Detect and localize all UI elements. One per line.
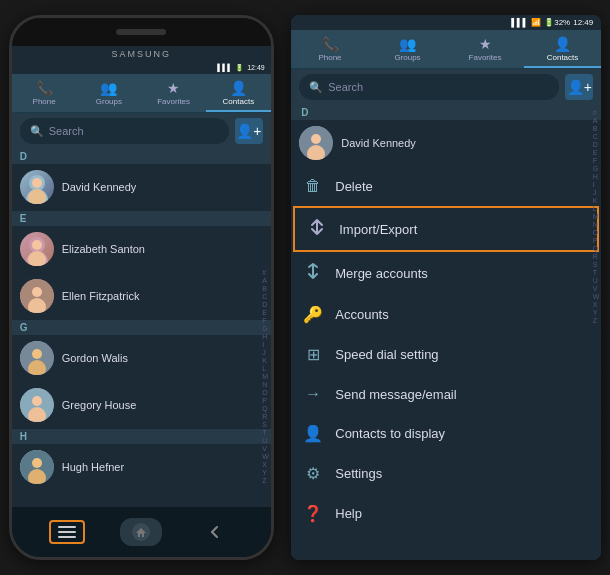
contacts-display-icon: 👤 [303,424,323,443]
section-d-left: D [12,149,271,164]
add-contact-button-left[interactable]: 👤+ [235,118,263,144]
menu-item-contacts-display[interactable]: 👤 Contacts to display [291,414,601,454]
merge-accounts-icon [303,262,323,284]
battery-icon: 🔋 [235,64,244,72]
alphabet-sidebar-left: # A B C D E F G H I J K L M N O P Q R S [262,269,269,484]
svg-point-12 [32,349,42,359]
name-gregory-house: Gregory House [62,399,137,411]
menu-label-speed-dial: Speed dial setting [335,347,438,362]
contact-ellen-fitzpatrick[interactable]: Ellen Fitzpatrick [12,273,271,320]
section-header-d-right: D [291,105,601,120]
menu-label-send-message: Send message/email [335,387,456,402]
favorites-icon-right: ★ [479,36,492,52]
menu-item-speed-dial[interactable]: ⊞ Speed dial setting [291,335,601,375]
menu-label-import-export: Import/Export [339,222,417,237]
menu-item-send-message[interactable]: → Send message/email [291,375,601,414]
phone-top-bar [12,18,271,46]
time-display-right: 12:49 [573,18,593,27]
favorites-icon-left: ★ [167,80,180,96]
battery-right: 🔋32% [544,18,570,27]
contacts-list: D David Kennedy E [12,149,271,507]
brand-bar: SAMSUNG [12,46,271,62]
settings-icon: ⚙ [303,464,323,483]
tab-phone-label-left: Phone [33,97,56,106]
search-input-right[interactable]: 🔍 Search [299,74,559,100]
signal-icon: ▌▌▌ [217,64,232,72]
search-bar-left: 🔍 Search 👤+ [12,113,271,149]
svg-rect-21 [58,531,76,533]
groups-icon-right: 👥 [399,36,416,52]
menu-item-merge-accounts[interactable]: Merge accounts [291,252,601,295]
contact-hugh-hefner[interactable]: Hugh Hefner [12,444,271,491]
phone-bottom-bar-left [12,507,271,557]
svg-point-6 [32,240,42,250]
tab-contacts-right[interactable]: 👤 Contacts [524,30,602,68]
contacts-icon-left: 👤 [230,80,247,96]
speaker [116,29,166,35]
right-panel: ▌▌▌ 📶 🔋32% 12:49 📞 Phone 👥 Groups ★ Favo… [291,15,601,560]
menu-label-contacts-display: Contacts to display [335,426,445,441]
svg-point-25 [311,134,321,144]
menu-item-delete[interactable]: 🗑 Delete [291,167,601,206]
svg-rect-22 [58,536,76,538]
help-icon: ❓ [303,504,323,523]
status-bar-left: ▌▌▌ 🔋 12:49 [12,62,271,74]
menu-item-help[interactable]: ❓ Help [291,494,601,534]
signal-strength-right: ▌▌▌ [511,18,528,27]
delete-icon: 🗑 [303,177,323,195]
svg-point-15 [32,396,42,406]
section-h-left: H [12,429,271,444]
tab-favorites-label-right: Favorites [469,53,502,62]
tab-groups-label-left: Groups [96,97,122,106]
svg-rect-20 [58,526,76,528]
menu-label-help: Help [335,506,362,521]
search-icon-right: 🔍 [309,81,323,94]
menu-label-settings: Settings [335,466,382,481]
section-e-left: E [12,211,271,226]
menu-item-settings[interactable]: ⚙ Settings [291,454,601,494]
menu-item-accounts[interactable]: 🔑 Accounts [291,295,601,335]
avatar-elizabeth [20,232,54,266]
avatar-david [20,170,54,204]
svg-point-2 [32,178,42,188]
phone-icon-right: 📞 [322,36,339,52]
screen-left: SAMSUNG ▌▌▌ 🔋 12:49 📞 Phone 👥 Groups ★ F… [12,46,271,507]
screen-right: ▌▌▌ 📶 🔋32% 12:49 📞 Phone 👥 Groups ★ Favo… [291,15,601,560]
contact-david-kennedy[interactable]: David Kennedy [12,164,271,211]
home-button-left[interactable] [120,518,162,546]
accounts-icon: 🔑 [303,305,323,324]
tab-contacts-label-left: Contacts [223,97,255,106]
status-bar-right: ▌▌▌ 📶 🔋32% 12:49 [291,15,601,30]
contact-elizabeth-santon[interactable]: Elizabeth Santon [12,226,271,273]
tab-favorites-left[interactable]: ★ Favorites [141,74,206,112]
menu-label-merge-accounts: Merge accounts [335,266,428,281]
add-contact-button-right[interactable]: 👤+ [565,74,593,100]
tab-phone-left[interactable]: 📞 Phone [12,74,77,112]
name-elizabeth-santon: Elizabeth Santon [62,243,145,255]
contact-gordon-walis[interactable]: Gordon Walis [12,335,271,382]
contact-gregory-house[interactable]: Gregory House [12,382,271,429]
menu-label-delete: Delete [335,179,373,194]
menu-item-import-export[interactable]: Import/Export [293,206,599,252]
tab-phone-label-right: Phone [318,53,341,62]
tab-favorites-label-left: Favorites [157,97,190,106]
tab-groups-right[interactable]: 👥 Groups [369,30,447,68]
speed-dial-icon: ⊞ [303,345,323,364]
avatar-david-right [299,126,333,160]
back-button-left[interactable] [197,520,233,544]
menu-label-accounts: Accounts [335,307,388,322]
search-input-left[interactable]: 🔍 Search [20,118,229,144]
name-david-kennedy: David Kennedy [62,181,137,193]
avatar-hugh [20,450,54,484]
tab-groups-left[interactable]: 👥 Groups [77,74,142,112]
nav-tabs-right: 📞 Phone 👥 Groups ★ Favorites 👤 Contacts [291,30,601,69]
dropdown-menu: D David Kennedy 🗑 Delete [291,105,601,560]
tab-phone-right[interactable]: 📞 Phone [291,30,369,68]
alphabet-sidebar-right: # A B C D E F G H I J K L M N O P Q R S [593,105,600,560]
time-display-left: 12:49 [247,64,265,72]
tab-favorites-right[interactable]: ★ Favorites [446,30,524,68]
tab-contacts-label-right: Contacts [547,53,579,62]
contact-preview-david[interactable]: David Kennedy [291,120,601,167]
menu-button-left[interactable] [49,520,85,544]
tab-contacts-left[interactable]: 👤 Contacts [206,74,271,112]
